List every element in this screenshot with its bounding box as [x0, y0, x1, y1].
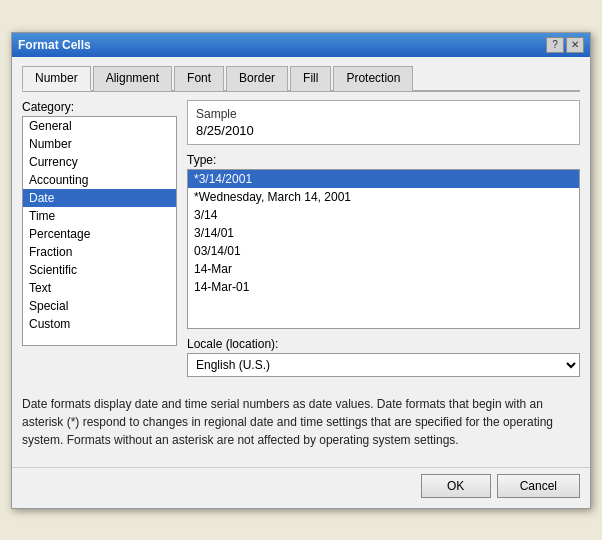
type-label: Type:: [187, 153, 580, 167]
sample-label: Sample: [196, 107, 571, 121]
right-panel: Sample 8/25/2010 Type: *3/14/2001 *Wedne…: [187, 100, 580, 377]
close-button[interactable]: ✕: [566, 37, 584, 53]
sample-section: Sample 8/25/2010: [187, 100, 580, 145]
category-list[interactable]: General Number Currency Accounting Date …: [22, 116, 177, 346]
title-bar: Format Cells ? ✕: [12, 33, 590, 57]
tab-fill[interactable]: Fill: [290, 66, 331, 91]
category-fraction[interactable]: Fraction: [23, 243, 176, 261]
main-area: Category: General Number Currency Accoun…: [22, 100, 580, 377]
category-currency[interactable]: Currency: [23, 153, 176, 171]
ok-button[interactable]: OK: [421, 474, 491, 498]
help-button[interactable]: ?: [546, 37, 564, 53]
title-bar-controls: ? ✕: [546, 37, 584, 53]
dialog-content: Number Alignment Font Border Fill Protec…: [12, 57, 590, 387]
sample-value: 8/25/2010: [196, 123, 571, 138]
type-item-4[interactable]: 03/14/01: [188, 242, 579, 260]
category-special[interactable]: Special: [23, 297, 176, 315]
category-label: Category:: [22, 100, 177, 114]
type-item-5[interactable]: 14-Mar: [188, 260, 579, 278]
category-percentage[interactable]: Percentage: [23, 225, 176, 243]
locale-select[interactable]: English (U.S.) English (UK) French (Fran…: [187, 353, 580, 377]
type-item-0[interactable]: *3/14/2001: [188, 170, 579, 188]
category-panel: Category: General Number Currency Accoun…: [22, 100, 177, 377]
category-accounting[interactable]: Accounting: [23, 171, 176, 189]
description-area: Date formats display date and time seria…: [12, 387, 590, 467]
cancel-button[interactable]: Cancel: [497, 474, 580, 498]
type-list-container: *3/14/2001 *Wednesday, March 14, 2001 3/…: [187, 169, 580, 329]
category-text[interactable]: Text: [23, 279, 176, 297]
category-scientific[interactable]: Scientific: [23, 261, 176, 279]
category-date[interactable]: Date: [23, 189, 176, 207]
type-item-1[interactable]: *Wednesday, March 14, 2001: [188, 188, 579, 206]
format-cells-dialog: Format Cells ? ✕ Number Alignment Font B…: [11, 32, 591, 509]
tab-protection[interactable]: Protection: [333, 66, 413, 91]
type-item-6[interactable]: 14-Mar-01: [188, 278, 579, 296]
dialog-title: Format Cells: [18, 38, 91, 52]
type-list[interactable]: *3/14/2001 *Wednesday, March 14, 2001 3/…: [187, 169, 580, 329]
category-general[interactable]: General: [23, 117, 176, 135]
tab-alignment[interactable]: Alignment: [93, 66, 172, 91]
button-bar: OK Cancel: [12, 467, 590, 508]
category-number[interactable]: Number: [23, 135, 176, 153]
tab-font[interactable]: Font: [174, 66, 224, 91]
locale-label: Locale (location):: [187, 337, 580, 351]
tab-bar: Number Alignment Font Border Fill Protec…: [22, 65, 580, 92]
tab-number[interactable]: Number: [22, 66, 91, 91]
type-item-2[interactable]: 3/14: [188, 206, 579, 224]
category-custom[interactable]: Custom: [23, 315, 176, 333]
category-time[interactable]: Time: [23, 207, 176, 225]
tab-border[interactable]: Border: [226, 66, 288, 91]
type-item-3[interactable]: 3/14/01: [188, 224, 579, 242]
